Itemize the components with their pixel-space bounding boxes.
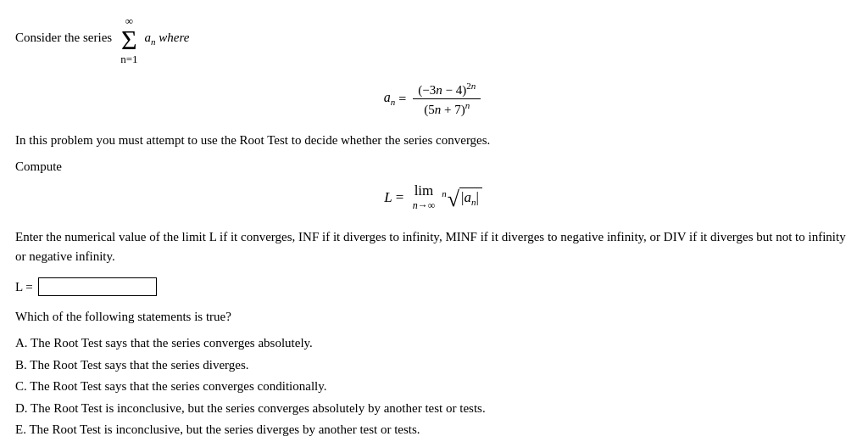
limit-formula: L = lim n→∞ n √ |an| bbox=[15, 182, 853, 212]
sigma-symbol: Σ bbox=[121, 26, 137, 53]
l-label: L = bbox=[15, 280, 33, 294]
an-label: an where bbox=[144, 15, 189, 47]
numerator: (−3n − 4)2n bbox=[413, 80, 481, 99]
choice-d: D. The Root Test is inconclusive, but th… bbox=[15, 398, 853, 420]
l-equals-line: L = bbox=[15, 277, 853, 296]
answer-instruction: Enter the numerical value of the limit L… bbox=[15, 227, 853, 266]
intro-line: Consider the series ∞ Σ n=1 an where bbox=[15, 15, 853, 64]
which-question: Which of the following statements is tru… bbox=[15, 310, 853, 324]
lim-block: lim n→∞ bbox=[413, 182, 436, 212]
compute-label: Compute bbox=[15, 159, 853, 174]
sigma-bottom: n=1 bbox=[120, 53, 137, 64]
root-content: |an| bbox=[459, 187, 482, 209]
denominator: (5n + 7)n bbox=[419, 99, 475, 118]
l-value-input[interactable] bbox=[38, 277, 157, 296]
problem-text: In this problem you must attempt to use … bbox=[15, 133, 853, 148]
intro-text: Consider the series bbox=[15, 15, 112, 45]
limit-inner: L = lim n→∞ n √ |an| bbox=[384, 182, 484, 212]
choice-b: B. The Root Test says that the series di… bbox=[15, 355, 853, 377]
lim-sub: n→∞ bbox=[413, 199, 436, 212]
root-index: n bbox=[442, 188, 447, 199]
lim-word: lim bbox=[415, 182, 434, 199]
choice-c: C. The Root Test says that the series co… bbox=[15, 376, 853, 398]
fraction: (−3n − 4)2n (5n + 7)n bbox=[413, 80, 481, 118]
choice-a: A. The Root Test says that the series co… bbox=[15, 333, 853, 355]
nth-root: n √ |an| bbox=[442, 187, 482, 209]
root-symbol: √ bbox=[448, 188, 459, 210]
formula-center: an = (−3n − 4)2n (5n + 7)n bbox=[15, 80, 853, 118]
choice-e: E. The Root Test is inconclusive, but th… bbox=[15, 419, 853, 441]
sigma-block: ∞ Σ n=1 bbox=[120, 15, 137, 64]
choices-list: A. The Root Test says that the series co… bbox=[15, 333, 853, 442]
answer-text: Enter the numerical value of the limit L… bbox=[15, 230, 846, 263]
an-formula: an = (−3n − 4)2n (5n + 7)n bbox=[384, 80, 484, 118]
